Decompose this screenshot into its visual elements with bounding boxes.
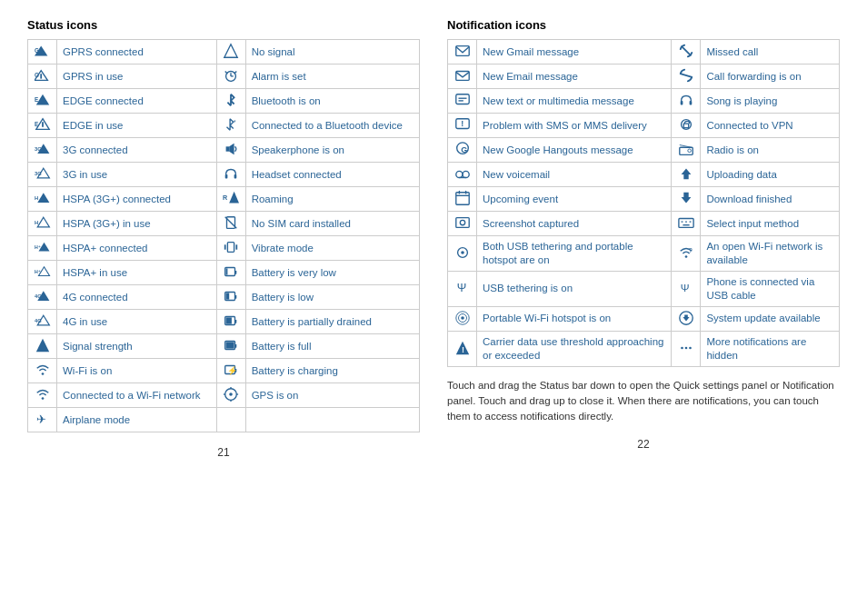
svg-point-62: [229, 392, 233, 396]
notif-icon-label: An open Wi-Fi network is available: [701, 236, 840, 272]
table-row: Screenshot capturedSelect input method: [448, 212, 840, 236]
missed-call-icon: [672, 40, 701, 65]
notif-icon-label: Portable Wi-Fi hotspot is on: [477, 306, 672, 331]
airplane-icon: ✈: [28, 408, 57, 432]
svg-rect-46: [226, 293, 230, 299]
svg-marker-52: [35, 339, 48, 352]
svg-point-115: [689, 346, 692, 349]
left-page-number: 21: [27, 446, 420, 459]
notification-icons-table: New Gmail messageMissed callNew Email me…: [447, 39, 840, 367]
nosim-icon: [216, 212, 245, 236]
battery-verylow-icon: [216, 261, 245, 285]
status-icon-label: Headset connected: [245, 163, 419, 187]
wifi-network-icon: [28, 383, 57, 408]
status-icon-label: Connected to a Bluetooth device: [245, 114, 419, 138]
3g-inuse-icon: 3G: [28, 163, 57, 187]
notif-icon-label: Uploading data: [701, 163, 840, 187]
svg-text:H: H: [35, 220, 38, 225]
status-icon-label: Battery is partially drained: [245, 310, 419, 334]
gmail-icon: [448, 40, 477, 65]
svg-rect-22: [225, 174, 228, 179]
table-row: HHSPA (3G+) connectedRRoaming: [28, 187, 420, 212]
status-icon-label: Airplane mode: [57, 408, 217, 432]
edge-connected-icon: E: [28, 89, 57, 114]
3g-connected-icon: 3G: [28, 138, 57, 163]
status-icon-label: Connected to a Wi-Fi network: [57, 383, 217, 408]
svg-rect-50: [235, 320, 237, 323]
song-icon: [672, 89, 701, 114]
email-icon: [448, 65, 477, 89]
status-icon-label: No signal: [245, 40, 419, 65]
wifi-open-icon: ?: [672, 236, 701, 272]
table-row: !Problem with SMS or MMS deliveryConnect…: [448, 114, 840, 138]
svg-rect-68: [455, 46, 468, 56]
status-icon-label: GPS is on: [245, 383, 419, 408]
table-row: !Carrier data use threshold approaching …: [448, 331, 840, 366]
usb-tethering-hotspot-icon: [448, 236, 477, 272]
battery-low-icon: [216, 285, 245, 310]
svg-rect-34: [228, 243, 234, 253]
empty-icon: [216, 408, 245, 432]
svg-text:*: *: [234, 118, 236, 126]
upcoming-event-icon: [448, 187, 477, 212]
radio-icon: [672, 138, 701, 163]
notif-icon-label: Both USB tethering and portable hotspot …: [477, 236, 672, 272]
status-icon-label: HSPA (3G+) connected: [57, 187, 217, 212]
notification-icons-title: Notification icons: [447, 18, 840, 32]
4g-inuse-icon: 4G: [28, 310, 57, 334]
notification-icons-section: Notification icons New Gmail messageMiss…: [447, 18, 840, 459]
status-icons-section: Status icons GGPRS connectedNo signalGGP…: [27, 18, 420, 459]
svg-point-84: [455, 171, 462, 177]
svg-marker-2: [224, 45, 237, 57]
svg-rect-40: [235, 271, 237, 274]
right-page-number: 22: [447, 438, 840, 451]
table-row: New voicemailUploading data: [448, 163, 840, 187]
hspaplus-inuse-icon: H⁺: [28, 261, 57, 285]
gps-icon: [216, 383, 245, 408]
svg-text:E: E: [35, 96, 38, 103]
svg-rect-54: [235, 344, 237, 348]
status-icon-label: Battery is full: [245, 334, 419, 359]
table-row: Portable Wi-Fi hotspot is onSystem updat…: [448, 306, 840, 331]
table-row: HHSPA (3G+) in useNo SIM card installed: [28, 212, 420, 236]
table-row: GNew Google Hangouts messageRadio is on: [448, 138, 840, 163]
usb-tethering-icon: Ψ: [448, 271, 477, 306]
status-icons-table: GGPRS connectedNo signalGGPRS in useAlar…: [27, 39, 420, 432]
svg-point-60: [41, 397, 44, 400]
svg-rect-73: [681, 101, 683, 105]
status-icon-label: EDGE in use: [57, 114, 217, 138]
notif-icon-label: Upcoming event: [477, 187, 672, 212]
table-row: Wi-Fi is on⚡Battery is charging: [28, 359, 420, 383]
svg-marker-87: [682, 169, 692, 180]
speakerphone-icon: [216, 138, 245, 163]
headset-icon: [216, 163, 245, 187]
sms-problem-icon: !: [448, 114, 477, 138]
status-icon-label: Speakerphone is on: [245, 138, 419, 163]
status-icon-label: Roaming: [245, 187, 419, 212]
hspa-connected-icon: H: [28, 187, 57, 212]
table-row: 4G4G connectedBattery is low: [28, 285, 420, 310]
notif-icon-label: New Gmail message: [477, 40, 672, 65]
status-icon-label: Battery is low: [245, 285, 419, 310]
svg-point-85: [463, 171, 469, 177]
status-icon-label: 3G in use: [57, 163, 217, 187]
status-icon-label: Battery is very low: [245, 261, 419, 285]
status-icon-label: Battery is charging: [245, 359, 419, 383]
status-icon-label: HSPA (3G+) in use: [57, 212, 217, 236]
notif-icon-label: New text or multimedia message: [477, 89, 672, 114]
status-icon-label: Bluetooth is on: [245, 89, 419, 114]
sms-icon: [448, 89, 477, 114]
download-icon: [672, 187, 701, 212]
notif-icon-label: Call forwarding is on: [701, 65, 840, 89]
svg-text:H⁺: H⁺: [35, 244, 41, 250]
table-row: Connected to a Wi-Fi networkGPS is on: [28, 383, 420, 408]
vpn-icon: [672, 114, 701, 138]
svg-rect-88: [455, 193, 468, 205]
svg-rect-78: [683, 124, 688, 128]
table-row: 4G4G in useBattery is partially drained: [28, 310, 420, 334]
status-icon-label: Vibrate mode: [245, 236, 419, 261]
svg-rect-95: [679, 219, 693, 228]
battery-full-icon: [216, 334, 245, 359]
notif-icon-label: New Email message: [477, 65, 672, 89]
footer-text: Touch and drag the Status bar down to op…: [447, 378, 840, 425]
